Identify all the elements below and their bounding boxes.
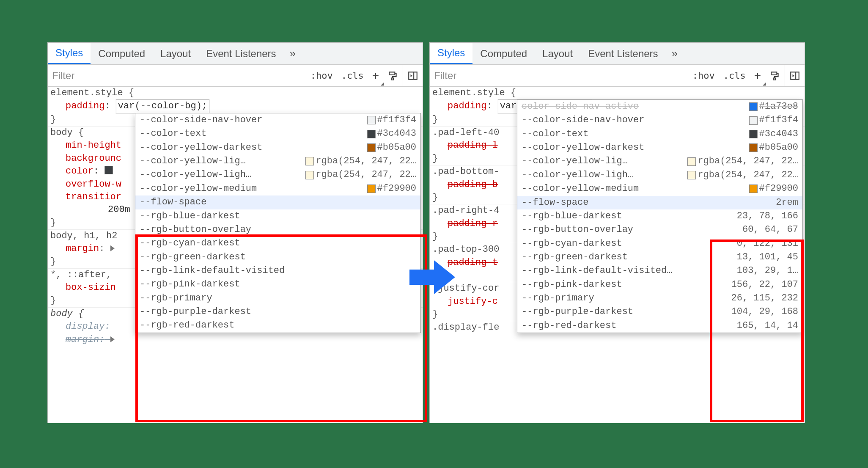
autocomplete-item[interactable]: --color-yellow-ligh… rgba(254, 247, 22…: [517, 168, 802, 182]
styles-content: element.style { padding: var(--color-bg)…: [48, 87, 423, 423]
css-property[interactable]: padding-l: [432, 140, 498, 151]
disclosure-triangle-icon[interactable]: [110, 336, 115, 342]
css-var-name: --rgb-pink-darkest: [522, 278, 622, 291]
tab-event-listeners[interactable]: Event Listeners: [580, 43, 665, 64]
autocomplete-item[interactable]: --rgb-link-default-visited: [135, 264, 420, 278]
css-property[interactable]: min-height: [50, 140, 121, 151]
selector-text: .pad-left-40: [432, 127, 499, 138]
autocomplete-item[interactable]: --color-yellow-ligh… rgba(254, 247, 22…: [135, 168, 420, 182]
css-autocomplete-popup[interactable]: color side nav active #1a73e8 --color-si…: [517, 99, 803, 333]
autocomplete-item[interactable]: --rgb-primary: [135, 292, 420, 305]
autocomplete-item[interactable]: --color-side-nav-hover #f1f3f4: [135, 113, 420, 127]
hov-toggle-button[interactable]: :hov: [306, 65, 337, 86]
css-var-name: --color-yellow-lig…: [522, 155, 628, 168]
tab-computed[interactable]: Computed: [91, 43, 153, 64]
css-property[interactable]: padding: [50, 101, 104, 111]
selector-text: .pad-right-4: [432, 205, 499, 216]
tab-styles[interactable]: Styles: [430, 43, 472, 64]
new-style-rule-button[interactable]: +: [368, 65, 383, 86]
svg-rect-1: [409, 72, 417, 79]
autocomplete-item[interactable]: --color-text #3c4043: [135, 127, 420, 140]
rule-close-brace: }: [50, 256, 56, 267]
tab-layout[interactable]: Layout: [153, 43, 198, 64]
css-property[interactable]: display:: [50, 321, 110, 332]
autocomplete-item[interactable]: --rgb-primary26, 115, 232: [517, 292, 802, 305]
autocomplete-item[interactable]: --rgb-button-overlay: [135, 223, 420, 237]
toggle-computed-sidebar-icon[interactable]: [785, 65, 805, 86]
tabs-overflow-icon[interactable]: »: [284, 47, 302, 60]
css-var-value: #f1f3f4: [377, 114, 416, 127]
autocomplete-item[interactable]: --rgb-link-default-visited…103, 29, 1…: [517, 264, 802, 278]
svg-rect-0: [392, 78, 393, 80]
css-property[interactable]: box-sizin: [50, 282, 116, 293]
color-swatch-icon: [749, 143, 758, 152]
autocomplete-item[interactable]: --rgb-red-darkest165, 14, 14: [517, 319, 802, 333]
tabs-overflow-icon[interactable]: »: [666, 47, 684, 60]
selector-text: element.style {: [50, 88, 134, 98]
css-var-name: --rgb-blue-darkest: [522, 210, 622, 223]
css-property[interactable]: overflow-w: [50, 179, 121, 190]
css-var-name: --color-yellow-ligh…: [522, 169, 633, 182]
css-property[interactable]: margin:: [50, 243, 115, 254]
autocomplete-item[interactable]: --flow-space2rem: [517, 196, 802, 209]
css-property[interactable]: padding-r: [432, 218, 498, 229]
css-property[interactable]: color:: [50, 166, 115, 176]
autocomplete-item[interactable]: --rgb-green-darkest: [135, 251, 420, 264]
toggle-computed-sidebar-icon[interactable]: [403, 65, 423, 86]
cls-toggle-button[interactable]: .cls: [719, 65, 750, 86]
autocomplete-item[interactable]: --color-text #3c4043: [517, 127, 802, 141]
cls-toggle-button[interactable]: .cls: [337, 65, 368, 86]
css-autocomplete-popup[interactable]: --color-side-nav-hover #f1f3f4 --color-t…: [135, 113, 421, 333]
css-var-name: --color-text: [140, 127, 206, 140]
tab-styles[interactable]: Styles: [48, 43, 91, 64]
css-property[interactable]: margin:: [50, 334, 110, 345]
selector-text: body {: [50, 127, 84, 138]
css-value-edit[interactable]: var(--color-bg);: [116, 99, 209, 113]
autocomplete-item[interactable]: --rgb-red-darkest: [135, 319, 420, 332]
autocomplete-item[interactable]: --rgb-cyan-darkest0, 122, 131: [517, 237, 802, 251]
autocomplete-item[interactable]: --rgb-blue-darkest23, 78, 166: [517, 209, 802, 223]
filter-input[interactable]: [48, 65, 306, 86]
css-property[interactable]: transitior: [50, 192, 121, 202]
autocomplete-item[interactable]: --rgb-cyan-darkest: [135, 237, 420, 250]
autocomplete-item[interactable]: --color-yellow-lig… rgba(254, 247, 22…: [517, 154, 802, 168]
autocomplete-item[interactable]: --rgb-pink-darkest: [135, 278, 420, 291]
autocomplete-item[interactable]: --color-yellow-darkest #b05a00: [135, 141, 420, 154]
css-var-value: #3c4043: [377, 127, 416, 140]
autocomplete-item[interactable]: --color-yellow-darkest #b05a00: [517, 141, 802, 154]
disclosure-triangle-icon[interactable]: [110, 245, 115, 251]
autocomplete-item[interactable]: --color-side-nav-hover #f1f3f4: [517, 113, 802, 127]
autocomplete-item[interactable]: --rgb-pink-darkest156, 22, 107: [517, 278, 802, 292]
autocomplete-item[interactable]: --rgb-green-darkest13, 101, 45: [517, 251, 802, 264]
autocomplete-item[interactable]: --color-yellow-medium #f29900: [135, 182, 420, 195]
css-var-name: --color-side-nav-hover: [522, 114, 644, 127]
css-var-value: #f1f3f4: [759, 114, 798, 127]
css-property[interactable]: justify-c: [432, 296, 498, 307]
css-var-name: --rgb-blue-darkest: [140, 210, 240, 223]
autocomplete-item[interactable]: --rgb-button-overlay60, 64, 67: [517, 223, 802, 237]
autocomplete-item[interactable]: --color-yellow-lig… rgba(254, 247, 22…: [135, 154, 420, 168]
tab-layout[interactable]: Layout: [535, 43, 580, 64]
new-style-rule-button[interactable]: +: [750, 65, 765, 86]
paint-icon[interactable]: [765, 65, 785, 86]
autocomplete-item[interactable]: --color-yellow-medium #f29900: [517, 182, 802, 195]
css-property[interactable]: padding: [432, 101, 486, 111]
tab-computed[interactable]: Computed: [472, 43, 535, 64]
css-var-value: 0, 122, 131: [737, 237, 798, 250]
css-var-name: --color-yellow-darkest: [522, 141, 644, 154]
tab-event-listeners[interactable]: Event Listeners: [198, 43, 283, 64]
css-value: 200m: [108, 204, 130, 215]
css-property[interactable]: padding-b: [432, 179, 498, 190]
autocomplete-item[interactable]: --rgb-purple-darkest: [135, 305, 420, 319]
color-swatch-icon[interactable]: [104, 166, 113, 174]
filter-input[interactable]: [430, 65, 688, 86]
autocomplete-item[interactable]: --rgb-blue-darkest: [135, 209, 420, 223]
autocomplete-item[interactable]: --rgb-purple-darkest104, 29, 168: [517, 305, 802, 319]
paint-icon[interactable]: [383, 65, 403, 86]
autocomplete-item[interactable]: color side nav active #1a73e8: [517, 100, 802, 113]
css-property[interactable]: backgrounc: [50, 153, 121, 164]
hov-toggle-button[interactable]: :hov: [688, 65, 719, 86]
css-var-name: --color-yellow-darkest: [140, 141, 262, 154]
autocomplete-item[interactable]: --flow-space: [135, 195, 420, 209]
color-swatch-icon: [367, 130, 376, 138]
